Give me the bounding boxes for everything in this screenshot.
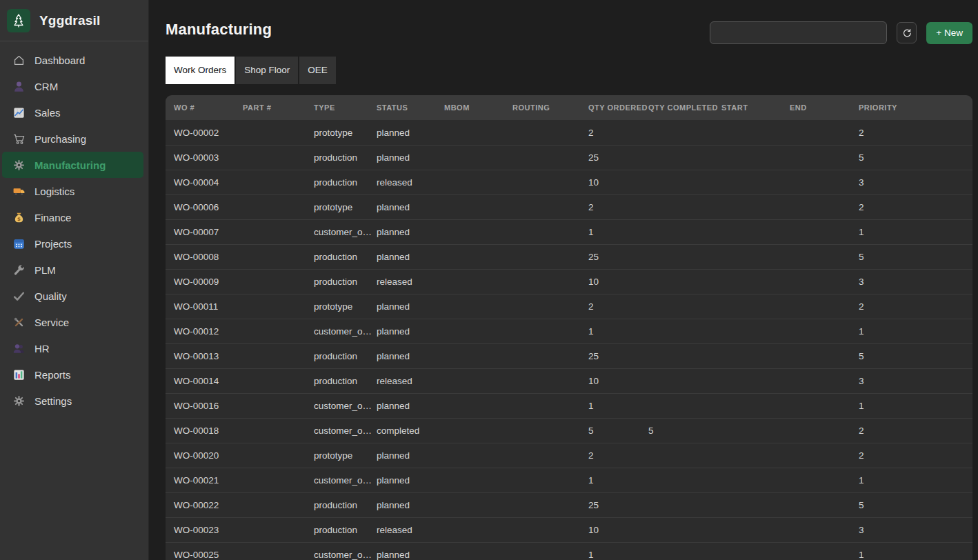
sidebar-item-sales[interactable]: Sales <box>0 99 148 126</box>
cell-priority: 3 <box>850 177 972 188</box>
sidebar-item-quality[interactable]: Quality <box>0 283 148 309</box>
gear-icon <box>12 394 26 408</box>
svg-text:$: $ <box>17 215 21 221</box>
cell-priority: 2 <box>850 450 972 461</box>
sidebar-item-label: HR <box>34 343 50 354</box>
cell-qty-ordered: 25 <box>580 500 640 510</box>
table-row[interactable]: WO-00022 production planned 25 5 <box>166 492 972 517</box>
tab-oee[interactable]: OEE <box>299 57 336 84</box>
cell-status: completed <box>368 426 436 436</box>
cell-qty-ordered: 10 <box>580 525 640 535</box>
cell-wo-number: WO-00009 <box>166 277 234 287</box>
cell-status: planned <box>368 301 436 312</box>
search-input[interactable] <box>710 21 887 44</box>
cell-priority: 3 <box>850 525 972 535</box>
cell-status: planned <box>368 401 436 411</box>
table-row[interactable]: WO-00008 production planned 25 5 <box>166 244 972 269</box>
cell-type: prototype <box>306 202 368 212</box>
calendar-icon <box>12 237 26 250</box>
cell-qty-ordered: 25 <box>580 351 640 361</box>
cell-status: planned <box>368 227 436 237</box>
sidebar-item-label: Quality <box>34 290 67 302</box>
cell-qty-ordered: 1 <box>580 227 640 237</box>
table-row[interactable]: WO-00018 customer_o… completed 5 5 2 <box>166 418 972 443</box>
table-row[interactable]: WO-00021 customer_o… planned 1 1 <box>166 468 972 492</box>
cell-priority: 1 <box>850 401 972 411</box>
cell-wo-number: WO-00012 <box>166 326 234 337</box>
sidebar-item-manufacturing[interactable]: Manufacturing <box>2 152 143 178</box>
cell-priority: 5 <box>850 152 972 163</box>
cell-status: planned <box>368 475 436 486</box>
sidebar-item-crm[interactable]: CRM <box>0 73 148 99</box>
table-row[interactable]: WO-00020 prototype planned 2 2 <box>166 443 972 468</box>
cell-wo-number: WO-00025 <box>166 550 234 560</box>
cell-wo-number: WO-00003 <box>166 152 234 163</box>
cell-type: production <box>306 351 368 361</box>
sidebar-item-label: Purchasing <box>34 133 86 145</box>
cell-type: prototype <box>306 128 368 138</box>
table-row[interactable]: WO-00011 prototype planned 2 2 <box>166 294 972 319</box>
cell-priority: 5 <box>850 252 972 262</box>
cell-priority: 2 <box>850 301 972 312</box>
refresh-button[interactable] <box>897 22 917 43</box>
table-row[interactable]: WO-00016 customer_o… planned 1 1 <box>166 393 972 418</box>
sidebar-item-purchasing[interactable]: Purchasing <box>0 126 148 152</box>
table-row[interactable]: WO-00025 customer_o… planned 1 1 <box>166 542 972 560</box>
table-row[interactable]: WO-00013 production planned 25 5 <box>166 343 972 368</box>
sidebar-item-reports[interactable]: Reports <box>0 361 148 388</box>
table-row[interactable]: WO-00023 production released 10 3 <box>166 517 972 542</box>
shopping-cart-icon <box>12 132 26 146</box>
main-content: Manufacturing + New Work Orders Shop Flo… <box>149 0 978 560</box>
sidebar-item-label: PLM <box>34 264 56 276</box>
table-row[interactable]: WO-00012 customer_o… planned 1 1 <box>166 319 972 343</box>
gear-icon <box>12 159 26 172</box>
table-body: WO-00002 prototype planned 2 2 WO-00003 … <box>166 120 972 560</box>
sidebar-item-label: Service <box>34 317 69 328</box>
sidebar-item-service[interactable]: Service <box>0 309 148 335</box>
sidebar-item-logistics[interactable]: Logistics <box>0 178 148 204</box>
cell-type: customer_o… <box>306 401 368 411</box>
wrench-icon <box>12 263 26 277</box>
app-logo: Yggdrasil <box>0 0 148 41</box>
sidebar-item-projects[interactable]: Projects <box>0 230 148 257</box>
sidebar-item-hr[interactable]: HR <box>0 335 148 361</box>
table-row[interactable]: WO-00002 prototype planned 2 2 <box>166 120 972 145</box>
cell-status: released <box>368 376 436 386</box>
sidebar-item-finance[interactable]: $ Finance <box>0 204 148 230</box>
cell-priority: 5 <box>850 500 972 510</box>
cell-status: planned <box>368 550 436 560</box>
sidebar-item-dashboard[interactable]: Dashboard <box>0 47 148 73</box>
table-row[interactable]: WO-00007 customer_o… planned 1 1 <box>166 219 972 244</box>
sidebar-item-settings[interactable]: Settings <box>0 388 148 414</box>
cell-type: production <box>306 376 368 386</box>
cell-type: production <box>306 177 368 188</box>
sidebar-item-plm[interactable]: PLM <box>0 257 148 283</box>
tab-work-orders[interactable]: Work Orders <box>166 57 234 84</box>
column-header-qty-completed: QTY COMPLETED <box>640 103 713 112</box>
cell-qty-ordered: 10 <box>580 177 640 188</box>
cell-wo-number: WO-00016 <box>166 401 234 411</box>
cell-qty-ordered: 25 <box>580 252 640 262</box>
money-bag-icon: $ <box>12 211 26 224</box>
tab-shop-floor[interactable]: Shop Floor <box>236 57 298 84</box>
table-row[interactable]: WO-00014 production released 10 3 <box>166 368 972 393</box>
cell-status: planned <box>368 351 436 361</box>
cell-type: customer_o… <box>306 227 368 237</box>
cell-priority: 1 <box>850 475 972 486</box>
cell-status: released <box>368 277 436 287</box>
table-row[interactable]: WO-00006 prototype planned 2 2 <box>166 194 972 219</box>
table-row[interactable]: WO-00003 production planned 25 5 <box>166 145 972 170</box>
table-row[interactable]: WO-00004 production released 10 3 <box>166 170 972 194</box>
sidebar-nav: Dashboard CRM Sales Purchasing <box>0 41 148 414</box>
cell-priority: 1 <box>850 227 972 237</box>
person-icon <box>12 80 26 93</box>
cell-type: production <box>306 277 368 287</box>
column-header-status: STATUS <box>368 103 436 112</box>
sidebar-item-label: Dashboard <box>34 54 85 66</box>
table-row[interactable]: WO-00009 production released 10 3 <box>166 269 972 294</box>
cell-priority: 2 <box>850 426 972 436</box>
new-button[interactable]: + New <box>926 22 972 44</box>
cell-qty-ordered: 1 <box>580 401 640 411</box>
app-title: Yggdrasil <box>39 13 100 28</box>
sidebar-item-label: Logistics <box>34 186 74 197</box>
